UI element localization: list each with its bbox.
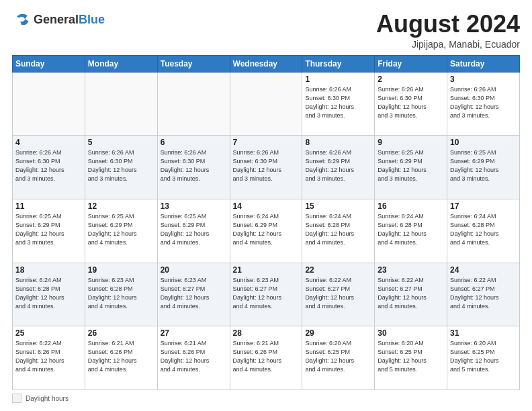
header: GeneralBlue August 2024 Jipijapa, Manabi… bbox=[12, 11, 520, 50]
day-number: 27 bbox=[161, 328, 227, 338]
logo: GeneralBlue bbox=[12, 11, 105, 30]
day-info: Sunrise: 6:25 AM Sunset: 6:29 PM Dayligh… bbox=[378, 148, 444, 183]
day-info: Sunrise: 6:23 AM Sunset: 6:28 PM Dayligh… bbox=[88, 276, 154, 311]
day-info: Sunrise: 6:25 AM Sunset: 6:29 PM Dayligh… bbox=[450, 148, 517, 183]
calendar-day-header: Monday bbox=[85, 55, 157, 72]
day-info: Sunrise: 6:22 AM Sunset: 6:27 PM Dayligh… bbox=[450, 276, 517, 311]
calendar-cell: 23Sunrise: 6:22 AM Sunset: 6:27 PM Dayli… bbox=[375, 263, 447, 326]
day-number: 12 bbox=[88, 201, 154, 211]
calendar-cell: 20Sunrise: 6:23 AM Sunset: 6:27 PM Dayli… bbox=[157, 263, 230, 326]
day-info: Sunrise: 6:26 AM Sunset: 6:29 PM Dayligh… bbox=[305, 148, 371, 183]
calendar-cell: 18Sunrise: 6:24 AM Sunset: 6:28 PM Dayli… bbox=[13, 263, 85, 326]
calendar-day-header: Sunday bbox=[13, 55, 85, 72]
calendar-cell: 3Sunrise: 6:26 AM Sunset: 6:30 PM Daylig… bbox=[447, 72, 520, 136]
day-info: Sunrise: 6:22 AM Sunset: 6:27 PM Dayligh… bbox=[305, 276, 371, 311]
calendar-cell bbox=[85, 72, 157, 136]
day-number: 15 bbox=[305, 201, 371, 211]
calendar-table: SundayMondayTuesdayWednesdayThursdayFrid… bbox=[12, 55, 520, 390]
day-info: Sunrise: 6:24 AM Sunset: 6:29 PM Dayligh… bbox=[233, 212, 300, 247]
footer-note: Daylight hours bbox=[12, 394, 520, 403]
day-info: Sunrise: 6:22 AM Sunset: 6:26 PM Dayligh… bbox=[15, 339, 82, 374]
calendar-cell: 6Sunrise: 6:26 AM Sunset: 6:30 PM Daylig… bbox=[157, 136, 230, 199]
day-number: 6 bbox=[161, 138, 227, 147]
calendar-day-header: Saturday bbox=[447, 55, 520, 72]
day-number: 5 bbox=[88, 138, 154, 147]
daylight-box bbox=[12, 394, 21, 403]
day-info: Sunrise: 6:20 AM Sunset: 6:25 PM Dayligh… bbox=[378, 339, 444, 374]
calendar-cell: 22Sunrise: 6:22 AM Sunset: 6:27 PM Dayli… bbox=[302, 263, 375, 326]
calendar-cell: 2Sunrise: 6:26 AM Sunset: 6:30 PM Daylig… bbox=[375, 72, 447, 136]
title-block: August 2024 Jipijapa, Manabi, Ecuador bbox=[376, 11, 520, 50]
day-info: Sunrise: 6:22 AM Sunset: 6:27 PM Dayligh… bbox=[378, 276, 444, 311]
calendar-cell: 27Sunrise: 6:21 AM Sunset: 6:26 PM Dayli… bbox=[157, 326, 230, 390]
day-info: Sunrise: 6:20 AM Sunset: 6:25 PM Dayligh… bbox=[305, 339, 371, 374]
day-number: 21 bbox=[233, 265, 300, 275]
calendar-cell: 16Sunrise: 6:24 AM Sunset: 6:28 PM Dayli… bbox=[375, 199, 447, 263]
day-info: Sunrise: 6:26 AM Sunset: 6:30 PM Dayligh… bbox=[450, 85, 517, 120]
calendar-cell bbox=[157, 72, 230, 136]
day-info: Sunrise: 6:26 AM Sunset: 6:30 PM Dayligh… bbox=[378, 85, 444, 120]
day-number: 19 bbox=[88, 265, 154, 275]
day-number: 30 bbox=[378, 328, 444, 338]
calendar-cell: 7Sunrise: 6:26 AM Sunset: 6:30 PM Daylig… bbox=[230, 136, 302, 199]
calendar-cell: 10Sunrise: 6:25 AM Sunset: 6:29 PM Dayli… bbox=[447, 136, 520, 199]
calendar-cell: 11Sunrise: 6:25 AM Sunset: 6:29 PM Dayli… bbox=[13, 199, 85, 263]
calendar-cell bbox=[13, 72, 85, 136]
calendar-header-row: SundayMondayTuesdayWednesdayThursdayFrid… bbox=[13, 55, 520, 72]
day-number: 4 bbox=[15, 138, 82, 147]
calendar-week-row: 4Sunrise: 6:26 AM Sunset: 6:30 PM Daylig… bbox=[13, 136, 520, 199]
calendar-cell bbox=[230, 72, 302, 136]
calendar-cell: 12Sunrise: 6:25 AM Sunset: 6:29 PM Dayli… bbox=[85, 199, 157, 263]
calendar-cell: 15Sunrise: 6:24 AM Sunset: 6:28 PM Dayli… bbox=[302, 199, 375, 263]
calendar-cell: 25Sunrise: 6:22 AM Sunset: 6:26 PM Dayli… bbox=[13, 326, 85, 390]
month-year: August 2024 bbox=[376, 11, 520, 38]
day-info: Sunrise: 6:23 AM Sunset: 6:27 PM Dayligh… bbox=[233, 276, 300, 311]
calendar-cell: 9Sunrise: 6:25 AM Sunset: 6:29 PM Daylig… bbox=[375, 136, 447, 199]
daylight-label: Daylight hours bbox=[26, 395, 69, 402]
calendar-week-row: 11Sunrise: 6:25 AM Sunset: 6:29 PM Dayli… bbox=[13, 199, 520, 263]
day-number: 8 bbox=[305, 138, 371, 147]
day-number: 3 bbox=[450, 75, 517, 84]
calendar-cell: 24Sunrise: 6:22 AM Sunset: 6:27 PM Dayli… bbox=[447, 263, 520, 326]
calendar-cell: 8Sunrise: 6:26 AM Sunset: 6:29 PM Daylig… bbox=[302, 136, 375, 199]
calendar-week-row: 25Sunrise: 6:22 AM Sunset: 6:26 PM Dayli… bbox=[13, 326, 520, 390]
day-number: 23 bbox=[378, 265, 444, 275]
day-number: 16 bbox=[378, 201, 444, 211]
calendar-cell: 14Sunrise: 6:24 AM Sunset: 6:29 PM Dayli… bbox=[230, 199, 302, 263]
day-info: Sunrise: 6:25 AM Sunset: 6:29 PM Dayligh… bbox=[161, 212, 227, 247]
day-number: 22 bbox=[305, 265, 371, 275]
calendar-cell: 1Sunrise: 6:26 AM Sunset: 6:30 PM Daylig… bbox=[302, 72, 375, 136]
logo-icon bbox=[12, 11, 31, 30]
page: GeneralBlue August 2024 Jipijapa, Manabi… bbox=[0, 0, 532, 411]
calendar-day-header: Tuesday bbox=[157, 55, 230, 72]
day-number: 7 bbox=[233, 138, 300, 147]
calendar-cell: 4Sunrise: 6:26 AM Sunset: 6:30 PM Daylig… bbox=[13, 136, 85, 199]
calendar-cell: 29Sunrise: 6:20 AM Sunset: 6:25 PM Dayli… bbox=[302, 326, 375, 390]
day-number: 2 bbox=[378, 75, 444, 84]
calendar-cell: 31Sunrise: 6:20 AM Sunset: 6:25 PM Dayli… bbox=[447, 326, 520, 390]
logo-general: General bbox=[34, 13, 79, 26]
calendar-week-row: 18Sunrise: 6:24 AM Sunset: 6:28 PM Dayli… bbox=[13, 263, 520, 326]
calendar-cell: 26Sunrise: 6:21 AM Sunset: 6:26 PM Dayli… bbox=[85, 326, 157, 390]
day-info: Sunrise: 6:26 AM Sunset: 6:30 PM Dayligh… bbox=[161, 148, 227, 183]
day-info: Sunrise: 6:21 AM Sunset: 6:26 PM Dayligh… bbox=[233, 339, 300, 374]
day-number: 14 bbox=[233, 201, 300, 211]
day-number: 28 bbox=[233, 328, 300, 338]
day-info: Sunrise: 6:21 AM Sunset: 6:26 PM Dayligh… bbox=[161, 339, 227, 374]
calendar-cell: 30Sunrise: 6:20 AM Sunset: 6:25 PM Dayli… bbox=[375, 326, 447, 390]
day-number: 24 bbox=[450, 265, 517, 275]
calendar-cell: 28Sunrise: 6:21 AM Sunset: 6:26 PM Dayli… bbox=[230, 326, 302, 390]
day-info: Sunrise: 6:21 AM Sunset: 6:26 PM Dayligh… bbox=[88, 339, 154, 374]
day-number: 25 bbox=[15, 328, 82, 338]
location: Jipijapa, Manabi, Ecuador bbox=[376, 39, 520, 50]
day-number: 17 bbox=[450, 201, 517, 211]
day-number: 9 bbox=[378, 138, 444, 147]
day-info: Sunrise: 6:26 AM Sunset: 6:30 PM Dayligh… bbox=[15, 148, 82, 183]
calendar-day-header: Wednesday bbox=[230, 55, 302, 72]
day-number: 1 bbox=[305, 75, 371, 84]
day-number: 13 bbox=[161, 201, 227, 211]
calendar-day-header: Thursday bbox=[302, 55, 375, 72]
day-info: Sunrise: 6:24 AM Sunset: 6:28 PM Dayligh… bbox=[15, 276, 82, 311]
day-number: 20 bbox=[161, 265, 227, 275]
day-number: 26 bbox=[88, 328, 154, 338]
